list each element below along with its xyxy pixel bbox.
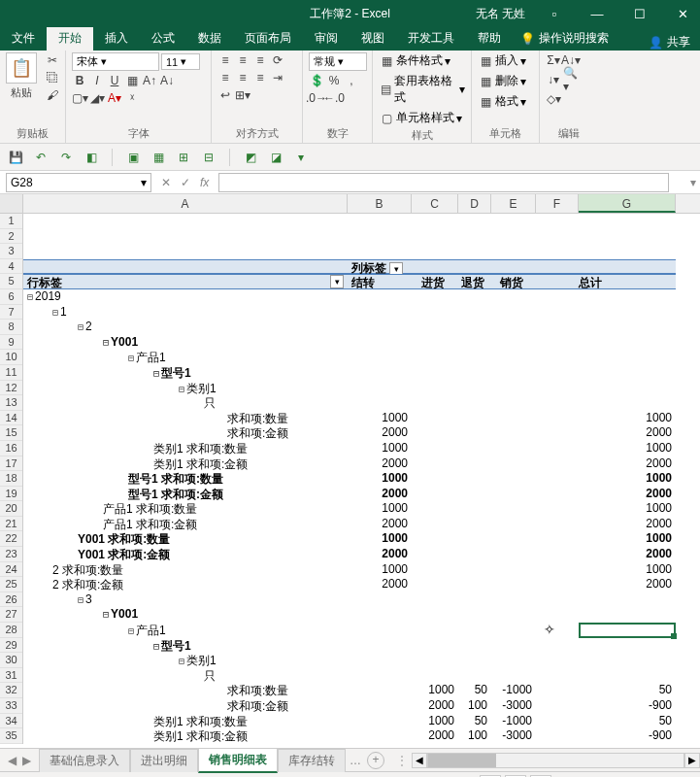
row-header-5[interactable]: 5 [0, 274, 22, 289]
table-row[interactable]: 2 求和项:数量10001000 [23, 562, 700, 578]
col-header-C[interactable]: C [412, 194, 458, 213]
table-row[interactable]: 求和项:数量10001000 [23, 411, 700, 426]
tab-home[interactable]: 开始 [47, 26, 93, 51]
table-row[interactable]: 求和项:数量100050-100050 [23, 683, 700, 698]
comma-icon[interactable]: , [344, 73, 359, 88]
row-header-10[interactable]: 10 [0, 350, 22, 365]
sheet-nav-prev-icon[interactable]: ◀ [8, 754, 17, 767]
wrap-text-icon[interactable]: ↩ [217, 87, 233, 103]
table-row[interactable] [23, 214, 700, 229]
italic-button[interactable]: I [89, 73, 105, 88]
sheet-tab-inout[interactable]: 进出明细 [130, 749, 198, 772]
row-header-34[interactable]: 34 [0, 714, 22, 729]
table-row[interactable]: 产品1 求和项:金额20002000 [23, 517, 700, 532]
user-name[interactable]: 无名 无姓 [476, 6, 525, 22]
border-dropdown[interactable]: ▢▾ [72, 90, 87, 106]
col-header-B[interactable]: B [348, 194, 412, 213]
copy-icon[interactable]: ⿻ [45, 70, 60, 85]
row-header-19[interactable]: 19 [0, 487, 22, 502]
table-row[interactable]: Y001 求和项:金额20002000 [23, 547, 700, 562]
maximize-button[interactable]: ☐ [622, 0, 657, 27]
row-header-12[interactable]: 12 [0, 381, 22, 396]
sheet-tab-sales[interactable]: 销售明细表 [198, 748, 278, 773]
orientation-icon[interactable]: ⟳ [270, 52, 285, 68]
qat-icon-10[interactable]: ◪ [268, 150, 283, 165]
table-row[interactable]: 类别1 求和项:数量100050-100050 [23, 714, 700, 729]
table-row[interactable]: ⊟产品1 [23, 623, 700, 638]
hscroll-left-button[interactable]: ◀ [412, 753, 427, 768]
row-header-13[interactable]: 13 [0, 395, 22, 411]
hscroll-right-button[interactable]: ▶ [684, 753, 700, 768]
table-row[interactable]: 行标签 ▾结转进货退货销货总计 [23, 274, 700, 289]
row-header-15[interactable]: 15 [0, 425, 22, 441]
table-row[interactable]: ⊟3 [23, 592, 700, 608]
paste-button[interactable]: 📋 粘贴 [6, 52, 37, 100]
table-row[interactable]: ⊟型号1 [23, 365, 700, 381]
formula-bar[interactable] [218, 173, 669, 192]
number-format-select[interactable]: 常规 ▾ [309, 52, 367, 71]
sheet-tabs-more-icon[interactable]: … [350, 754, 361, 767]
table-row[interactable]: 类别1 求和项:金额20002000 [23, 456, 700, 472]
table-row[interactable]: ⊟类别1 [23, 381, 700, 396]
conditional-formatting-button[interactable]: ▦条件格式▾ [379, 52, 450, 69]
row-header-4[interactable]: 4 [0, 259, 22, 275]
fx-icon[interactable]: fx [200, 176, 209, 189]
row-header-2[interactable]: 2 [0, 229, 22, 245]
hscroll-thumb[interactable] [428, 754, 496, 767]
data-cells[interactable]: 列标签 ▾行标签 ▾结转进货退货销货总计⊟2019⊟1⊟2⊟Y001⊟产品1⊟型… [23, 214, 700, 744]
row-header-29[interactable]: 29 [0, 638, 22, 654]
formula-bar-expand-icon[interactable]: ▾ [686, 176, 700, 189]
filter-button[interactable]: ▾ [330, 275, 344, 288]
tab-view[interactable]: 视图 [350, 26, 396, 51]
tab-formulas[interactable]: 公式 [140, 26, 186, 51]
insert-cells-button[interactable]: ▦插入▾ [478, 52, 526, 69]
table-row[interactable]: 2 求和项:金额20002000 [23, 577, 700, 592]
table-row[interactable]: 列标签 ▾ [23, 259, 700, 275]
undo-icon[interactable]: ↶ [33, 150, 49, 165]
bold-button[interactable]: B [72, 73, 87, 88]
sheet-nav-next-icon[interactable]: ▶ [22, 754, 31, 767]
autosum-icon[interactable]: Σ▾ [546, 52, 561, 68]
table-row[interactable]: Y001 求和项:数量10001000 [23, 531, 700, 547]
table-row[interactable]: 产品1 求和项:数量10001000 [23, 501, 700, 517]
row-header-30[interactable]: 30 [0, 653, 22, 668]
table-row[interactable]: 型号1 求和项:金额20002000 [23, 487, 700, 502]
col-header-F[interactable]: F [536, 194, 579, 213]
ribbon-options-icon[interactable]: ▫ [537, 0, 572, 27]
table-row[interactable]: ⊟2019 [23, 289, 700, 305]
row-header-11[interactable]: 11 [0, 365, 22, 381]
row-header-22[interactable]: 22 [0, 531, 22, 547]
col-header-A[interactable]: A [23, 194, 348, 213]
tab-data[interactable]: 数据 [186, 26, 233, 51]
row-header-27[interactable]: 27 [0, 607, 22, 623]
align-bottom-icon[interactable]: ≡ [252, 52, 268, 68]
font-name-select[interactable]: 宋体 ▾ [72, 52, 159, 71]
spreadsheet-grid[interactable]: A B C D E F G 12345678910111213141516171… [0, 194, 700, 748]
table-row[interactable]: 求和项:金额2000100-3000-900 [23, 698, 700, 714]
qat-icon-4[interactable]: ◧ [83, 150, 99, 165]
row-header-26[interactable]: 26 [0, 592, 22, 608]
border-button[interactable]: ▦ [124, 73, 140, 88]
row-header-32[interactable]: 32 [0, 683, 22, 698]
row-header-24[interactable]: 24 [0, 562, 22, 578]
table-row[interactable]: ⊟Y001 [23, 607, 700, 623]
share-button[interactable]: 👤 共享 [649, 34, 700, 51]
qat-icon-6[interactable]: ▦ [150, 150, 166, 165]
phonetic-icon[interactable]: ᵡ [124, 90, 140, 106]
font-color-button[interactable]: A▾ [107, 90, 122, 106]
close-button[interactable]: ✕ [665, 0, 700, 27]
align-top-icon[interactable]: ≡ [217, 52, 233, 68]
qat-icon-5[interactable]: ▣ [125, 150, 141, 165]
fill-icon[interactable]: ↓▾ [546, 72, 561, 87]
sheet-tab-inventory[interactable]: 库存结转 [278, 749, 346, 772]
redo-icon[interactable]: ↷ [58, 150, 74, 165]
table-row[interactable]: ⊟Y001 [23, 335, 700, 351]
indent-increase-icon[interactable]: ⇥ [270, 70, 285, 85]
row-header-17[interactable]: 17 [0, 456, 22, 472]
row-header-3[interactable]: 3 [0, 244, 22, 259]
decrease-font-icon[interactable]: A↓ [159, 73, 175, 88]
row-header-18[interactable]: 18 [0, 471, 22, 487]
cell-styles-button[interactable]: ▢单元格样式▾ [379, 110, 462, 126]
row-header-28[interactable]: 28 [0, 623, 22, 638]
align-left-icon[interactable]: ≡ [217, 70, 233, 85]
